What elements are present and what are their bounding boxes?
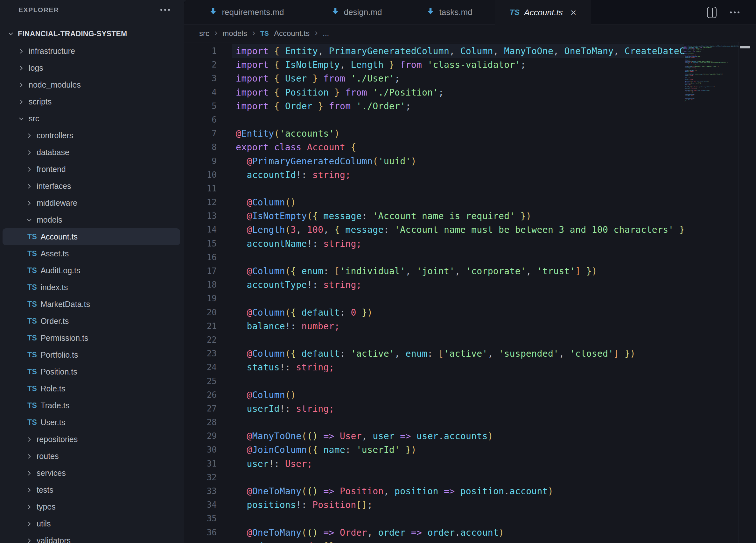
sidebar-item-auditlog-ts[interactable]: TSAuditLog.ts — [3, 262, 180, 279]
code-line: @Column({ enum: ['individual', 'joint', … — [236, 264, 684, 278]
sidebar-item-label: tests — [37, 485, 53, 495]
sidebar-item-label: services — [37, 469, 66, 478]
line-number: 7 — [184, 127, 217, 140]
sidebar-item-frontend[interactable]: frontend — [3, 161, 180, 178]
code-line: } — [684, 101, 739, 102]
sidebar-item-trade-ts[interactable]: TSTrade.ts — [3, 397, 180, 414]
tab-tasks-md[interactable]: tasks.md — [404, 0, 495, 25]
line-number: 6 — [184, 113, 217, 127]
minimap[interactable]: import { Entity, PrimaryGeneratedColumn,… — [684, 46, 739, 182]
sidebar-item-logs[interactable]: logs — [3, 60, 180, 76]
split-editor-icon[interactable] — [707, 7, 717, 18]
chevron-right-icon — [17, 81, 25, 89]
sidebar-item-label: node_modules — [29, 80, 81, 89]
sidebar-item-label: Trade.ts — [40, 401, 69, 410]
code-line: import { User } from './User'; — [236, 72, 684, 85]
tab-label: tasks.md — [439, 7, 472, 17]
sidebar-item-models[interactable]: models — [3, 211, 180, 228]
sidebar-item-src[interactable]: src — [3, 110, 180, 127]
sidebar-item-utils[interactable]: utils — [3, 515, 180, 532]
line-number: 37 — [184, 539, 217, 543]
sidebar-item-repositories[interactable]: repositories — [3, 431, 180, 448]
sidebar-item-index-ts[interactable]: TSindex.ts — [3, 279, 180, 296]
scrollbar-overview-ruler[interactable] — [739, 42, 756, 543]
line-number: 5 — [184, 99, 217, 113]
sidebar-item-services[interactable]: services — [3, 465, 180, 482]
typescript-file-icon: TS — [27, 418, 37, 427]
chevron-right-icon — [25, 132, 33, 139]
sidebar-item-label: routes — [37, 452, 59, 461]
line-number: 31 — [184, 457, 217, 471]
line-number: 24 — [184, 361, 217, 374]
breadcrumb-item-src[interactable]: src — [199, 29, 209, 38]
sidebar-item-middleware[interactable]: middleware — [3, 194, 180, 211]
chevron-right-icon — [25, 166, 33, 173]
editor-more-actions-icon[interactable] — [730, 11, 739, 13]
line-number: 34 — [184, 498, 217, 512]
code-line: export class Account { — [236, 140, 684, 154]
sidebar-item-label: src — [29, 114, 39, 123]
tab-label: requirements.md — [222, 7, 284, 17]
tab-bar: requirements.mddesign.mdtasks.mdTSAccoun… — [184, 0, 756, 25]
code-editor[interactable]: 1234567891011121314151617181920212223242… — [184, 42, 756, 543]
breadcrumb-item-models[interactable]: models — [222, 29, 247, 38]
line-number: 13 — [184, 209, 217, 223]
sidebar-item-validators[interactable]: validators — [3, 532, 180, 543]
code-line: @OneToMany(() => Order, order => order.a… — [236, 526, 684, 539]
sidebar-item-types[interactable]: types — [3, 498, 180, 515]
line-number: 23 — [184, 347, 217, 361]
sidebar-item-label: Permission.ts — [40, 334, 88, 343]
sidebar-item-interfaces[interactable]: interfaces — [3, 178, 180, 194]
file-tree: infrastructurelogsnode_modulesscriptssrc… — [0, 43, 184, 543]
sidebar-item-order-ts[interactable]: TSOrder.ts — [3, 313, 180, 330]
tab-account-ts[interactable]: TSAccount.ts× — [495, 0, 591, 25]
sidebar-item-scripts[interactable]: scripts — [3, 93, 180, 110]
sidebar-item-user-ts[interactable]: TSUser.ts — [3, 414, 180, 431]
line-number: 30 — [184, 443, 217, 457]
chevron-down-icon — [7, 30, 15, 38]
sidebar-item-position-ts[interactable]: TSPosition.ts — [3, 363, 180, 380]
close-icon[interactable]: × — [571, 7, 577, 18]
breadcrumb-item-file[interactable]: Account.ts — [274, 29, 310, 38]
sidebar-item-label: Portfolio.ts — [40, 350, 78, 360]
sidebar-item-asset-ts[interactable]: TSAsset.ts — [3, 245, 180, 262]
sidebar-item-database[interactable]: database — [3, 144, 180, 161]
markdown-icon — [331, 7, 339, 18]
explorer-more-actions-icon[interactable] — [160, 9, 170, 11]
code-line: accountName!: string; — [236, 237, 684, 250]
sidebar-item-routes[interactable]: routes — [3, 448, 180, 465]
line-number-gutter: 1234567891011121314151617181920212223242… — [184, 44, 217, 543]
sidebar-item-account-ts[interactable]: TSAccount.ts — [3, 228, 180, 245]
code-line: @Column({ default: 0 }) — [236, 306, 684, 320]
line-number: 28 — [184, 416, 217, 429]
chevron-right-icon — [25, 436, 33, 443]
sidebar-item-controllers[interactable]: controllers — [3, 127, 180, 144]
sidebar-item-label: Asset.ts — [40, 249, 69, 258]
sidebar-item-portfolio-ts[interactable]: TSPortfolio.ts — [3, 347, 180, 363]
sidebar-item-marketdata-ts[interactable]: TSMarketData.ts — [3, 296, 180, 313]
breadcrumb-symbol-ellipsis[interactable]: ... — [323, 29, 329, 38]
tab-requirements-md[interactable]: requirements.md — [184, 0, 309, 25]
chevron-right-icon — [25, 486, 33, 494]
sidebar-item-label: utils — [37, 519, 51, 528]
breadcrumb-separator-icon: › — [315, 28, 318, 39]
code-content[interactable]: import { Entity, PrimaryGeneratedColumn,… — [236, 44, 684, 543]
sidebar-item-label: controllers — [37, 131, 73, 140]
line-number: 9 — [184, 154, 217, 168]
code-line — [236, 471, 684, 484]
sidebar-item-role-ts[interactable]: TSRole.ts — [3, 380, 180, 397]
breadcrumb-separator-icon: › — [214, 28, 217, 39]
typescript-file-icon: TS — [27, 232, 37, 241]
sidebar-item-tests[interactable]: tests — [3, 482, 180, 498]
line-number: 16 — [184, 250, 217, 264]
typescript-file-icon: TS — [27, 249, 37, 258]
sidebar-item-permission-ts[interactable]: TSPermission.ts — [3, 330, 180, 347]
code-line: import { Entity, PrimaryGeneratedColumn,… — [236, 44, 684, 58]
tab-design-md[interactable]: design.md — [309, 0, 404, 25]
sidebar-item-label: AuditLog.ts — [40, 266, 80, 275]
workspace-root-item[interactable]: FINANCIAL-TRADING-SYSTEM — [0, 25, 184, 42]
code-line: @ManyToOne(() => User, user => user.acco… — [236, 429, 684, 443]
sidebar-item-node-modules[interactable]: node_modules — [3, 76, 180, 93]
sidebar-item-infrastructure[interactable]: infrastructure — [3, 43, 180, 60]
sidebar-item-label: Order.ts — [40, 317, 69, 326]
